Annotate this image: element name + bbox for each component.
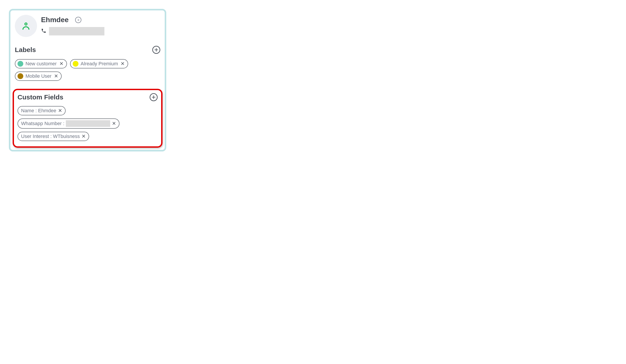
label-color-dot [73,61,78,67]
field-value: WTbuisness [53,133,80,139]
custom-fields-title: Custom Fields [17,94,63,101]
custom-field-chip[interactable]: Name : Ehmdee✕ [17,106,66,115]
custom-fields-section: Custom Fields Name : Ehmdee✕Whatsapp Num… [13,89,162,148]
person-icon [21,21,31,31]
field-key: User Interest [21,133,49,139]
plus-icon [154,48,158,52]
label-text: Mobile User [26,73,51,79]
label-text: Already Premium [81,61,118,67]
field-separator: : [36,108,37,114]
field-separator: : [63,121,64,127]
phone-row [41,27,160,35]
add-custom-field-button[interactable] [150,93,157,101]
labels-title: Labels [15,46,36,54]
contact-panel: Ehmdee ≡ Labels [9,9,166,151]
remove-label-icon[interactable]: ✕ [120,61,125,66]
label-chip[interactable]: New customer✕ [15,59,67,68]
remove-label-icon[interactable]: ✕ [59,61,63,66]
labels-chips: New customer✕Already Premium✕Mobile User… [15,59,160,81]
phone-redacted [49,27,104,35]
field-key: Whatsapp Number [21,121,62,127]
field-value: Ehmdee [38,108,56,114]
remove-field-icon[interactable]: ✕ [58,108,62,113]
phone-icon [41,28,46,34]
custom-field-chip[interactable]: Whatsapp Number : ✕ [17,118,119,129]
remove-label-icon[interactable]: ✕ [54,74,58,79]
contact-name: Ehmdee [41,16,69,24]
field-value-redacted [66,120,110,127]
labels-section: Labels New customer✕Already Premium✕Mobi… [10,44,165,87]
plus-icon [151,95,156,99]
add-label-button[interactable] [152,46,160,54]
label-color-dot [17,73,23,79]
contact-info: Ehmdee ≡ [41,15,160,35]
avatar [15,15,37,37]
contact-header: Ehmdee ≡ [10,10,165,44]
label-color-dot [17,61,23,67]
remove-field-icon[interactable]: ✕ [81,134,85,139]
custom-field-chip[interactable]: User Interest : WTbuisness✕ [17,132,89,141]
chat-icon[interactable]: ≡ [75,17,81,23]
label-text: New customer [26,61,57,67]
remove-field-icon[interactable]: ✕ [112,121,116,126]
label-chip[interactable]: Already Premium✕ [70,59,128,68]
svg-point-0 [25,23,27,25]
custom-fields-list: Name : Ehmdee✕Whatsapp Number : ✕User In… [17,106,157,141]
label-chip[interactable]: Mobile User✕ [15,71,62,81]
field-separator: : [50,133,52,139]
field-key: Name [21,108,34,114]
